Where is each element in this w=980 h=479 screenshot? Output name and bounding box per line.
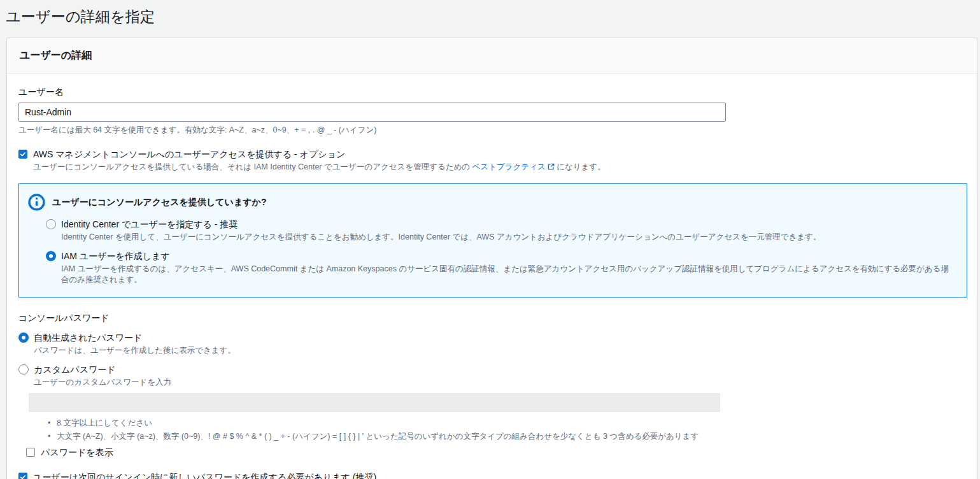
show-password-label: パスワードを表示: [41, 447, 113, 458]
custom-password-label: カスタムパスワード: [34, 364, 116, 375]
card-body: ユーザー名 ユーザー名には最大 64 文字を使用できます。有効な文字: A~Z、…: [7, 74, 977, 479]
best-practices-link[interactable]: ベストプラクティス: [472, 162, 546, 171]
username-input[interactable]: [18, 103, 726, 122]
username-hint: ユーザー名には最大 64 文字を使用できます。有効な文字: A~Z、a~z、0~…: [18, 125, 964, 136]
page-title: ユーザーの詳細を指定: [0, 0, 980, 27]
option-custom-password: カスタムパスワード: [18, 364, 964, 375]
username-label: ユーザー名: [18, 87, 964, 98]
autogen-password-desc: パスワードは、ユーザーを作成した後に表示できます。: [34, 345, 964, 356]
password-requirement: 大文字 (A~Z)、小文字 (a~z)、数字 (0~9)、! @ # $ % ^…: [48, 431, 964, 442]
show-password-row: パスワードを表示: [26, 447, 964, 458]
info-icon: [28, 194, 45, 211]
autogen-password-label: 自動生成されたパスワード: [34, 332, 142, 343]
iam-user-label: IAM ユーザーを作成します: [61, 251, 170, 262]
custom-password-input: [29, 393, 720, 412]
password-requirement: 8 文字以上にしてください: [48, 418, 964, 429]
info-panel-header: ユーザーにコンソールアクセスを提供していますか?: [28, 194, 956, 211]
password-requirements-list: 8 文字以上にしてください 大文字 (A~Z)、小文字 (a~z)、数字 (0~…: [48, 418, 964, 442]
iam-user-desc: IAM ユーザーを作成するのは、アクセスキー、AWS CodeCommit また…: [61, 264, 956, 285]
custom-password-desc: ユーザーのカスタムパスワードを入力: [34, 377, 964, 388]
check-icon: [20, 474, 26, 479]
identity-center-desc: Identity Center を使用して、ユーザーにコンソールアクセスを提供す…: [61, 232, 956, 243]
console-password-label: コンソールパスワード: [18, 313, 964, 324]
card-header: ユーザーの詳細: [7, 38, 977, 74]
reset-password-label: ユーザーは次回のサインイン時に新しいパスワードを作成する必要があります (推奨)…: [33, 471, 385, 479]
console-access-row: AWS マネジメントコンソールへのユーザーアクセスを提供する - オプション: [18, 148, 964, 160]
console-access-desc-text: ユーザーにコンソールアクセスを提供している場合、それは IAM Identity…: [33, 162, 472, 171]
identity-center-radio[interactable]: [46, 219, 56, 229]
console-access-label: AWS マネジメントコンソールへのユーザーアクセスを提供する - オプション: [33, 148, 345, 160]
option-autogen-password: 自動生成されたパスワード: [18, 332, 964, 343]
reset-password-checkbox[interactable]: [18, 473, 27, 479]
option-iam-user: IAM ユーザーを作成します: [46, 251, 956, 262]
external-link-icon: [548, 162, 555, 173]
console-access-desc-tail: になります。: [555, 162, 606, 171]
custom-password-radio[interactable]: [18, 364, 29, 375]
iam-user-radio[interactable]: [46, 251, 56, 261]
console-access-desc: ユーザーにコンソールアクセスを提供している場合、それは IAM Identity…: [33, 162, 964, 173]
reset-password-row: ユーザーは次回のサインイン時に新しいパスワードを作成する必要があります (推奨)…: [18, 471, 964, 479]
show-password-checkbox[interactable]: [26, 448, 35, 457]
user-details-card: ユーザーの詳細 ユーザー名 ユーザー名には最大 64 文字を使用できます。有効な…: [6, 38, 977, 479]
info-panel-title: ユーザーにコンソールアクセスを提供していますか?: [52, 197, 266, 208]
console-access-checkbox[interactable]: [18, 150, 27, 159]
identity-center-label: Identity Center でユーザーを指定する - 推奨: [61, 219, 238, 230]
autogen-password-radio[interactable]: [18, 332, 29, 343]
console-access-info-panel: ユーザーにコンソールアクセスを提供していますか? Identity Center…: [18, 183, 967, 297]
option-identity-center: Identity Center でユーザーを指定する - 推奨: [46, 219, 956, 230]
check-icon: [20, 151, 26, 157]
